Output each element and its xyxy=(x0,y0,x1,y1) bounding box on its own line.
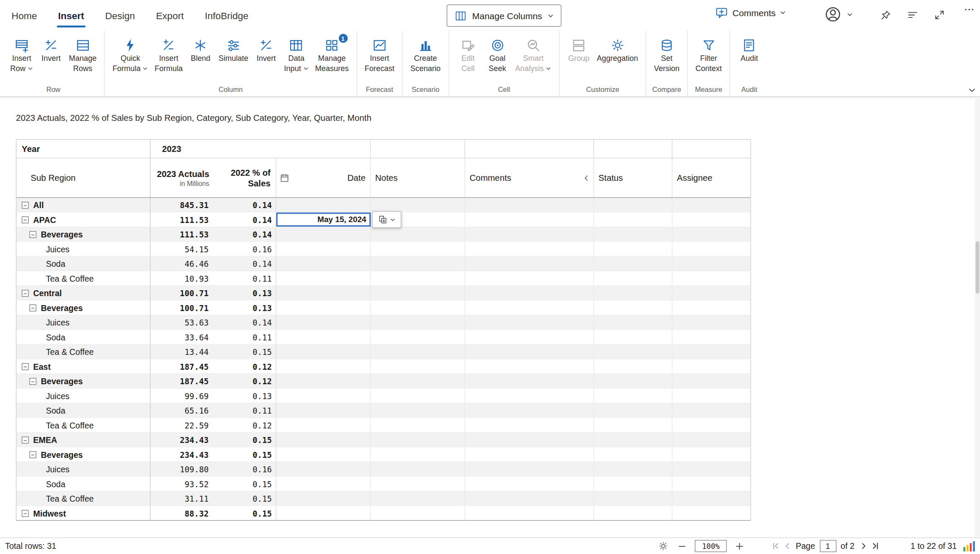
pct-sales-cell[interactable]: 0.11 xyxy=(214,271,276,286)
actuals-cell[interactable]: 22.59 xyxy=(151,418,214,432)
collapse-toggle-icon[interactable]: − xyxy=(29,451,37,458)
pct-sales-cell[interactable]: 0.11 xyxy=(214,403,276,417)
ribbon-collapse-icon[interactable] xyxy=(968,86,977,95)
status-cell[interactable] xyxy=(594,491,673,505)
row-header-cell[interactable]: Tea & Coffee xyxy=(17,345,151,359)
date-cell[interactable] xyxy=(276,286,371,300)
actuals-cell[interactable]: 845.31 xyxy=(151,198,214,212)
manage-rows-button[interactable]: ManageRows xyxy=(66,33,100,75)
row-header-cell[interactable]: −APAC xyxy=(17,213,151,227)
pct-sales-cell[interactable]: 0.14 xyxy=(214,315,276,329)
date-cell[interactable] xyxy=(276,257,371,271)
date-cell[interactable] xyxy=(276,271,371,286)
column-header-pct-sales[interactable]: 2022 % of Sales xyxy=(214,158,276,197)
date-cell[interactable] xyxy=(276,301,371,315)
comments-cell[interactable] xyxy=(465,403,594,417)
actuals-cell[interactable]: 88.32 xyxy=(151,506,214,520)
comments-cell[interactable] xyxy=(465,198,594,212)
actuals-cell[interactable]: 31.11 xyxy=(151,491,214,505)
notes-cell[interactable] xyxy=(371,271,465,286)
pct-sales-cell[interactable]: 0.12 xyxy=(214,374,276,388)
tab-export[interactable]: Export xyxy=(156,0,184,31)
row-header-cell[interactable]: −Beverages xyxy=(17,448,151,462)
row-header-cell[interactable]: −EMEA xyxy=(17,433,151,447)
status-cell[interactable] xyxy=(594,403,673,417)
notes-cell[interactable] xyxy=(371,374,465,388)
year-value-header[interactable]: 2023 xyxy=(151,140,371,158)
collapse-toggle-icon[interactable]: − xyxy=(22,436,29,443)
pct-sales-cell[interactable]: 0.14 xyxy=(214,198,276,212)
actuals-cell[interactable]: 54.15 xyxy=(151,242,214,256)
data-input-button[interactable]: DataInput xyxy=(281,33,312,75)
assignee-cell[interactable] xyxy=(672,257,752,271)
row-header-cell[interactable]: Tea & Coffee xyxy=(17,418,151,432)
tab-design[interactable]: Design xyxy=(105,0,135,31)
assignee-cell[interactable] xyxy=(672,315,752,329)
status-cell[interactable] xyxy=(594,462,673,476)
assignee-cell[interactable] xyxy=(672,286,752,300)
status-cell[interactable] xyxy=(594,418,673,432)
status-cell[interactable] xyxy=(594,198,673,212)
notes-cell[interactable] xyxy=(371,433,465,447)
audit-button[interactable]: Audit xyxy=(735,33,764,65)
aggregation-button[interactable]: Aggregation xyxy=(593,33,641,65)
pct-sales-cell[interactable]: 0.14 xyxy=(214,213,276,227)
notes-cell[interactable] xyxy=(371,418,465,432)
collapse-toggle-icon[interactable]: − xyxy=(22,289,29,297)
actuals-cell[interactable]: 187.45 xyxy=(151,374,214,388)
tab-infobridge[interactable]: InfoBridge xyxy=(205,0,248,31)
row-header-cell[interactable]: −Beverages xyxy=(17,227,151,241)
assignee-cell[interactable] xyxy=(672,433,752,447)
notes-cell[interactable] xyxy=(371,477,465,491)
comments-cell[interactable] xyxy=(465,389,594,403)
column-header-subregion[interactable]: Sub Region xyxy=(17,158,151,197)
date-cell[interactable] xyxy=(276,477,371,491)
pct-sales-cell[interactable]: 0.12 xyxy=(214,418,276,432)
vertical-scrollbar[interactable] xyxy=(975,98,980,537)
notes-cell[interactable] xyxy=(371,301,465,315)
simulate-button[interactable]: Simulate xyxy=(215,33,251,65)
comments-cell[interactable] xyxy=(465,491,594,505)
pct-sales-cell[interactable]: 0.15 xyxy=(214,491,276,505)
status-cell[interactable] xyxy=(594,315,673,329)
zoom-in-icon[interactable] xyxy=(735,541,745,551)
next-page-icon[interactable] xyxy=(860,542,868,551)
comments-cell[interactable] xyxy=(465,418,594,432)
actuals-cell[interactable]: 33.64 xyxy=(151,330,214,344)
actuals-cell[interactable]: 100.71 xyxy=(151,301,214,315)
comments-cell[interactable] xyxy=(465,227,594,241)
column-header-date[interactable]: Date xyxy=(276,158,371,197)
comments-cell[interactable] xyxy=(465,448,594,462)
notes-cell[interactable] xyxy=(371,227,465,241)
status-cell[interactable] xyxy=(594,433,673,447)
assignee-cell[interactable] xyxy=(672,374,752,388)
assignee-cell[interactable] xyxy=(672,360,752,374)
comments-button[interactable]: Comments xyxy=(715,6,786,20)
invert-column-button[interactable]: Invert xyxy=(251,33,281,65)
date-cell[interactable] xyxy=(276,418,371,432)
notes-cell[interactable] xyxy=(371,330,465,344)
comments-cell[interactable] xyxy=(465,257,594,271)
goal-seek-button[interactable]: GoalSeek xyxy=(483,33,512,75)
comments-cell[interactable] xyxy=(465,213,594,227)
insert-row-button[interactable]: InsertRow xyxy=(7,33,37,75)
status-cell[interactable] xyxy=(594,477,673,491)
actuals-cell[interactable]: 93.52 xyxy=(151,477,214,491)
notes-cell[interactable] xyxy=(371,506,465,520)
status-cell[interactable] xyxy=(594,330,673,344)
column-header-status[interactable]: Status xyxy=(594,158,673,197)
date-cell[interactable] xyxy=(276,345,371,359)
manage-columns-button[interactable]: Manage Columns xyxy=(447,5,561,27)
collapse-toggle-icon[interactable]: − xyxy=(22,201,29,208)
comments-cell[interactable] xyxy=(465,360,594,374)
row-header-cell[interactable]: Tea & Coffee xyxy=(17,491,151,505)
actuals-cell[interactable]: 187.45 xyxy=(151,360,214,374)
collapse-toggle-icon[interactable]: − xyxy=(22,363,29,370)
date-cell[interactable] xyxy=(276,315,371,329)
comments-cell[interactable] xyxy=(465,433,594,447)
column-header-assignee[interactable]: Assignee xyxy=(672,158,752,197)
page-number-field[interactable]: 1 xyxy=(820,540,836,552)
row-header-cell[interactable]: −All xyxy=(17,198,151,212)
filter-context-button[interactable]: FilterContext xyxy=(692,33,725,75)
row-header-cell[interactable]: Juices xyxy=(17,389,151,403)
